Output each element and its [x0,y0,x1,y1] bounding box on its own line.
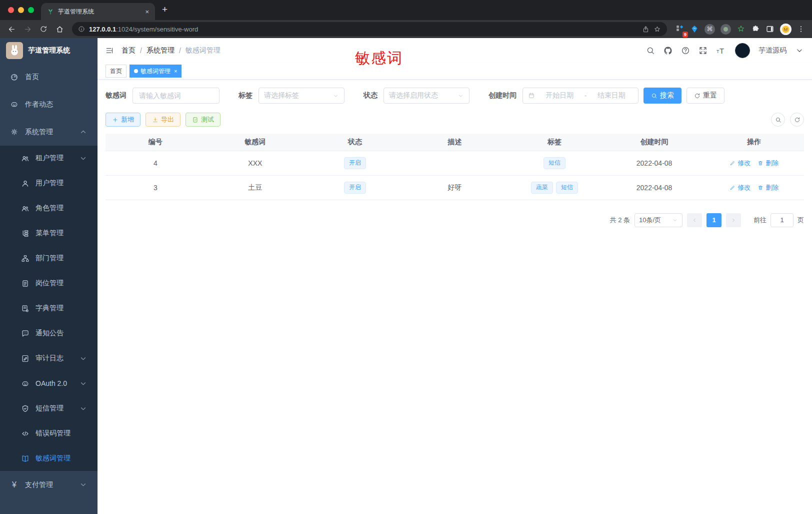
next-page-button[interactable] [726,213,741,227]
help-icon[interactable] [681,46,690,55]
calendar-icon [528,92,535,99]
page-size-select[interactable]: 10条/页 [634,213,682,227]
sidebar-item-sensitive-word[interactable]: 敏感词管理 [0,446,98,471]
sidebar-item-label: 错误码管理 [36,429,70,438]
puzzle-icon[interactable] [751,25,760,34]
forward-icon[interactable] [21,23,34,36]
filter-date: 创建时间 开始日期 - 结束日期 [488,88,638,104]
sidebar-item-department[interactable]: 部门管理 [0,246,98,271]
refresh-table-button[interactable] [790,113,804,127]
sidebar-item-menu[interactable]: 菜单管理 [0,221,98,246]
new-tab-button[interactable]: + [162,4,168,15]
tag-home[interactable]: 首页 [106,65,126,78]
tag-close-icon[interactable]: × [174,68,177,74]
sidebar-item-dict[interactable]: 字典管理 [0,296,98,321]
star-icon[interactable] [654,26,661,33]
delete-label: 删除 [766,159,778,168]
breadcrumb-separator: / [140,47,142,55]
export-button[interactable]: 导出 [146,113,180,127]
record-circle-icon[interactable] [720,24,731,35]
user-name[interactable]: 芋道源码 [758,46,786,55]
sidebar-item-author-news[interactable]: 作者动态 [0,91,98,118]
status-select[interactable]: 请选择启用状态 [384,88,470,104]
app-title: 芋道管理系统 [28,46,70,55]
home-icon[interactable] [53,23,66,36]
prev-page-button[interactable] [687,213,702,227]
edit-icon [730,185,736,191]
delete-button[interactable]: 删除 [758,183,778,192]
sidebar-item-home[interactable]: 首页 [0,63,98,91]
chevron-down-icon[interactable] [795,46,804,55]
chevron-down-icon [79,154,88,163]
edit-button[interactable]: 修改 [730,159,750,168]
toggle-search-button[interactable] [771,113,785,127]
address-bar[interactable]: 127.0.0.1:1024/system/sensitive-word [72,22,667,36]
app-logo[interactable]: 芋道管理系统 [0,38,98,63]
sidebar-item-label: 字典管理 [36,304,64,313]
reset-button[interactable]: 重置 [686,88,724,104]
open-book-icon [21,454,30,463]
extension-grid-icon[interactable]: 9 [675,24,684,35]
user-avatar[interactable] [735,43,750,58]
search-icon[interactable] [646,46,655,55]
sidebar-item-sms[interactable]: 短信管理 [0,396,98,421]
minimize-window-button[interactable] [18,7,24,13]
col-created: 创建时间 [604,134,704,151]
yen-icon: ¥ [10,480,18,489]
sidebar-item-user[interactable]: 用户管理 [0,171,98,196]
chevron-down-icon [79,379,88,388]
kite-icon[interactable] [690,25,699,34]
sidebar-item-oauth[interactable]: OAuth 2.0 [0,371,98,396]
info-icon[interactable] [78,26,85,33]
sidebar-item-audit-log[interactable]: 审计日志 [0,346,98,371]
cell-actions: 修改 删除 [704,175,804,200]
sidebar-item-error-code[interactable]: 错误码管理 [0,421,98,446]
sidebar-item-label: 租户管理 [36,154,64,163]
share-icon[interactable] [642,26,650,33]
refresh-icon [694,93,700,99]
pagination-total: 共 2 条 [610,216,630,225]
emoji-avatar[interactable] [780,24,792,35]
green-star-icon[interactable] [736,25,746,34]
reload-icon[interactable] [37,23,50,36]
goto-page-input[interactable] [770,213,794,227]
side-panel-icon[interactable] [766,25,774,34]
page-number-button[interactable]: 1 [706,213,722,227]
sidebar-item-post[interactable]: 岗位管理 [0,271,98,296]
rabbit-logo-icon [6,42,23,59]
sidebar-item-notice[interactable]: 通知公告 [0,321,98,346]
browser-tab[interactable]: 芋道管理系统 × [41,3,155,20]
edit-button[interactable]: 修改 [730,183,750,192]
font-size-icon[interactable] [716,46,726,56]
date-start-placeholder: 开始日期 [538,91,582,100]
sidebar-item-system-management[interactable]: 系统管理 [0,118,98,146]
post-icon [21,279,30,288]
cell-status: 开启 [305,151,405,175]
keyword-input[interactable] [132,88,220,104]
fullscreen-icon[interactable] [698,46,708,55]
github-icon[interactable] [664,46,672,55]
breadcrumb-system[interactable]: 系统管理 [146,46,174,55]
col-id: 编号 [106,134,206,151]
tag-sensitive-word[interactable]: 敏感词管理 × [130,65,182,78]
test-button[interactable]: 测试 [186,113,220,127]
close-window-button[interactable] [8,7,14,13]
sidebar-fold-icon[interactable] [106,47,114,55]
zoom-window-button[interactable] [28,7,34,13]
search-button[interactable]: 搜索 [644,88,682,104]
tab-close-icon[interactable]: × [145,8,149,16]
sidebar-item-payment[interactable]: ¥ 支付管理 [0,471,98,498]
sidebar-item-tenant[interactable]: 租户管理 [0,146,98,171]
add-button[interactable]: 新增 [106,113,140,127]
sidebar-item-role[interactable]: 角色管理 [0,196,98,221]
command-circle-icon[interactable]: ⌘ [704,24,715,35]
cell-tags: 蔬菜短信 [504,175,604,200]
kebab-menu-icon[interactable] [797,25,805,33]
date-range-picker[interactable]: 开始日期 - 结束日期 [522,88,638,104]
breadcrumb-home[interactable]: 首页 [122,46,136,55]
delete-button[interactable]: 删除 [758,159,778,168]
tag-select[interactable]: 请选择标签 [258,88,344,104]
back-icon[interactable] [5,23,18,36]
col-status: 状态 [305,134,405,151]
chevron-down-icon [458,93,464,99]
